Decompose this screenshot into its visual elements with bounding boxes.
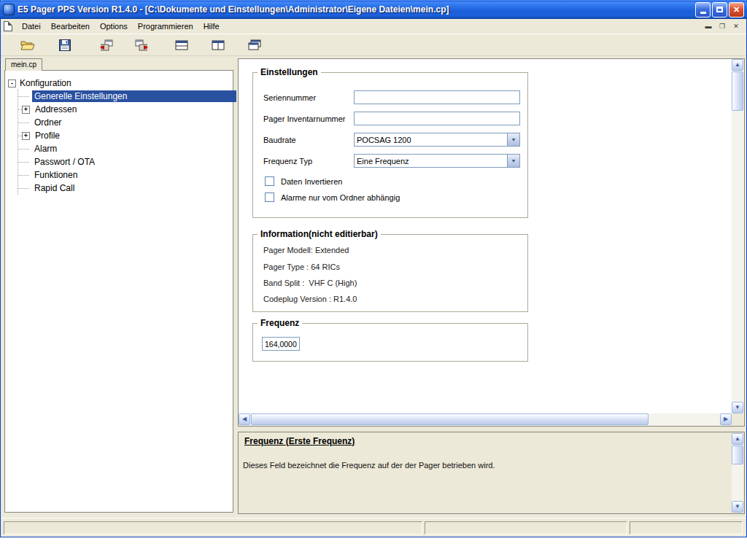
daten-invertieren-label: Daten Invertieren	[281, 177, 342, 186]
cascade-windows-button[interactable]	[242, 36, 267, 55]
tree-row: Alarm	[18, 142, 231, 155]
horizontal-scrollbar[interactable]: ◀ ▶	[239, 413, 732, 426]
menu-options[interactable]: Options	[95, 20, 133, 34]
group-einstellungen: Einstellungen Seriennummer Pager Inventa…	[252, 72, 528, 218]
scroll-right-icon[interactable]: ▶	[720, 413, 732, 425]
maximize-button[interactable]	[712, 2, 727, 18]
tree-row-root: - Konfiguration	[8, 77, 231, 90]
tree-row: + Addressen	[18, 103, 231, 116]
help-scrollbar[interactable]: ▲ ▼	[732, 433, 743, 513]
collapse-icon[interactable]: -	[8, 79, 16, 88]
open-button[interactable]	[15, 36, 40, 55]
tree-item-addressen[interactable]: Addressen	[33, 104, 79, 115]
inventarnummer-input[interactable]	[354, 112, 520, 125]
scroll-up-icon[interactable]: ▲	[732, 59, 743, 71]
tree-row: Funktionen	[18, 168, 231, 182]
scroll-up-icon[interactable]: ▲	[732, 433, 743, 445]
chevron-down-icon[interactable]: ▼	[507, 155, 519, 167]
app-icon	[3, 4, 15, 15]
menubar: Datei Bearbeiten Options Programmieren H…	[1, 19, 746, 34]
expand-icon[interactable]: +	[22, 132, 30, 140]
titlebar: E5 Pager PPS Version R1.4.0 - [C:\Dokume…	[0, 0, 747, 19]
tree-item-konfiguration[interactable]: Konfiguration	[20, 78, 71, 88]
tile-horizontal-button[interactable]	[169, 36, 194, 55]
frequenz-typ-label: Frequenz Typ	[263, 157, 312, 166]
mdi-minimize-button[interactable]: ▬	[703, 21, 714, 31]
help-panel: Frequenz (Erste Frequenz) Dieses Feld be…	[238, 432, 745, 514]
frequenz-input[interactable]	[262, 337, 300, 351]
menu-bearbeiten[interactable]: Bearbeiten	[46, 20, 95, 34]
scroll-down-icon[interactable]: ▼	[732, 402, 743, 413]
mdi-restore-button[interactable]: ❐	[716, 21, 728, 31]
group-title: Einstellungen	[258, 67, 321, 77]
scroll-down-icon[interactable]: ▼	[732, 501, 743, 513]
tree-item-alarm[interactable]: Alarm	[32, 143, 59, 155]
menu-programmieren[interactable]: Programmieren	[133, 20, 198, 34]
tile-horizontal-icon	[175, 39, 188, 51]
group-information: Information(nicht editierbar) Pager Mode…	[252, 234, 528, 312]
baudrate-select[interactable]: POCSAG 1200 ▼	[354, 133, 520, 147]
tree-row: + Profile	[18, 129, 231, 142]
read-pager-icon	[99, 39, 114, 52]
help-text: Dieses Feld bezeichnet die Frequenz auf …	[243, 461, 726, 470]
tree-item-generelle-einstellungen[interactable]: Generelle Einstellungen	[32, 90, 236, 102]
document-tab[interactable]: mein.cp	[5, 58, 42, 71]
frequenz-typ-value: Eine Frequenz	[355, 157, 507, 166]
tree-item-funktionen[interactable]: Funktionen	[32, 169, 80, 181]
config-tree: - Konfiguration Generelle Einstellungen …	[5, 71, 233, 195]
tree-item-rapid-call[interactable]: Rapid Call	[32, 182, 77, 194]
statusbar-section	[4, 521, 422, 534]
help-title: Frequenz (Erste Frequenz)	[244, 436, 726, 446]
seriennummer-input[interactable]	[354, 90, 520, 104]
baudrate-value: POCSAG 1200	[355, 136, 507, 144]
group-title: Frequenz	[258, 318, 302, 328]
minimize-icon	[700, 12, 706, 14]
alarme-ordner-label: Alarme nur vom Ordner abhängig	[281, 193, 400, 202]
frequenz-typ-select[interactable]: Eine Frequenz ▼	[354, 154, 520, 168]
info-pager-modell: Pager Modell: Extended	[263, 246, 349, 254]
mdi-close-button[interactable]: ✕	[730, 21, 742, 31]
daten-invertieren-checkbox[interactable]	[265, 176, 274, 186]
scrollbar-thumb[interactable]	[732, 71, 743, 111]
info-pager-type: Pager Type : 64 RICs	[263, 262, 340, 271]
open-folder-icon	[20, 39, 35, 51]
group-frequenz: Frequenz	[252, 323, 528, 362]
tree-panel: - Konfiguration Generelle Einstellungen …	[4, 70, 233, 513]
window-title: E5 Pager PPS Version R1.4.0 - [C:\Dokume…	[18, 4, 695, 15]
vertical-scrollbar[interactable]: ▲ ▼	[732, 59, 744, 413]
split-vertical-button[interactable]	[206, 36, 231, 55]
statusbar	[1, 518, 746, 537]
scrollbar-corner	[732, 413, 744, 426]
tree-row: Passwort / OTA	[18, 155, 231, 168]
info-band-split: Band Split : VHF C (High)	[263, 279, 357, 287]
alarme-ordner-checkbox[interactable]	[265, 192, 274, 202]
group-title: Information(nicht editierbar)	[258, 229, 381, 239]
tree-item-passwort-ota[interactable]: Passwort / OTA	[32, 156, 97, 168]
split-vertical-icon	[212, 39, 225, 51]
read-pager-button[interactable]	[94, 36, 119, 55]
form-panel: Einstellungen Seriennummer Pager Inventa…	[238, 58, 745, 427]
save-button[interactable]	[53, 36, 77, 55]
app-window: E5 Pager PPS Version R1.4.0 - [C:\Dokume…	[0, 0, 747, 537]
seriennummer-label: Seriennummer	[263, 93, 316, 102]
document-icon[interactable]	[4, 21, 12, 31]
expand-icon[interactable]: +	[22, 106, 30, 114]
tree-item-ordner[interactable]: Ordner	[32, 117, 63, 128]
form-content: Einstellungen Seriennummer Pager Inventa…	[239, 59, 732, 413]
close-button[interactable]: ✕	[729, 2, 744, 18]
save-floppy-icon	[58, 39, 71, 52]
toolbar	[1, 34, 746, 56]
write-pager-icon	[134, 39, 149, 52]
inventarnummer-label: Pager Inventarnummer	[263, 114, 346, 123]
scrollbar-thumb[interactable]	[732, 446, 743, 464]
menu-hilfe[interactable]: Hilfe	[198, 20, 225, 34]
maximize-icon	[716, 7, 723, 12]
tree-item-profile[interactable]: Profile	[33, 130, 62, 141]
scroll-left-icon[interactable]: ◀	[239, 413, 250, 425]
chevron-down-icon[interactable]: ▼	[507, 133, 519, 146]
minimize-button[interactable]	[695, 2, 711, 18]
write-pager-button[interactable]	[129, 36, 154, 55]
scrollbar-thumb[interactable]	[251, 413, 649, 425]
menu-datei[interactable]: Datei	[17, 20, 46, 34]
tree-row: Rapid Call	[18, 182, 231, 195]
